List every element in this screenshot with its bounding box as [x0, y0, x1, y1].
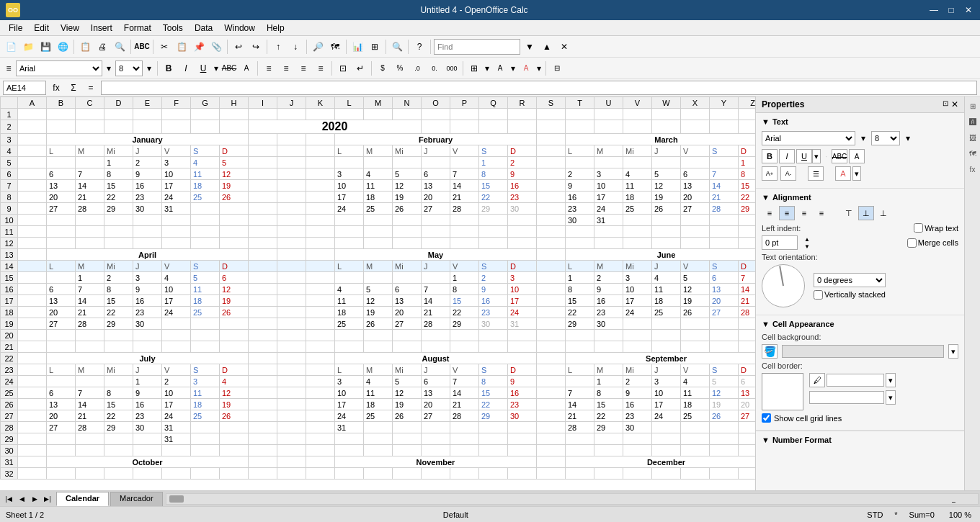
table-cell[interactable]: L	[566, 145, 594, 157]
table-cell[interactable]	[681, 433, 710, 445]
table-cell[interactable]	[450, 238, 479, 249]
table-cell[interactable]	[18, 157, 47, 168]
table-cell[interactable]	[249, 433, 277, 445]
table-cell[interactable]	[277, 376, 306, 387]
table-cell[interactable]: 13	[422, 387, 450, 399]
table-cell[interactable]: 15	[104, 180, 133, 192]
table-cell[interactable]: 29	[479, 203, 508, 215]
table-cell[interactable]: 14	[566, 399, 594, 410]
tab-last-button[interactable]: ▶|	[42, 491, 53, 507]
table-cell[interactable]: 26	[220, 410, 249, 422]
table-cell[interactable]	[652, 109, 681, 120]
table-cell[interactable]: 3	[162, 157, 191, 168]
table-cell[interactable]	[306, 249, 335, 261]
table-cell[interactable]: 12	[220, 387, 249, 399]
table-cell[interactable]: 10	[623, 284, 652, 295]
table-cell[interactable]: S	[479, 145, 508, 157]
table-cell[interactable]: November	[335, 456, 537, 468]
table-cell[interactable]	[104, 120, 133, 134]
table-cell[interactable]	[76, 238, 104, 249]
table-cell[interactable]	[18, 353, 47, 364]
table-cell[interactable]: 17	[335, 192, 364, 203]
table-cell[interactable]: 6	[47, 168, 76, 180]
tab-prev-button[interactable]: ◀	[16, 491, 27, 507]
table-cell[interactable]	[537, 272, 566, 284]
cut-button[interactable]: ✂	[156, 39, 172, 55]
table-cell[interactable]	[710, 215, 739, 226]
table-cell[interactable]: D	[220, 364, 249, 376]
menu-format[interactable]: Format	[118, 22, 157, 35]
table-cell[interactable]: 5	[191, 272, 220, 284]
table-cell[interactable]	[566, 468, 594, 480]
table-cell[interactable]	[335, 226, 364, 238]
table-cell[interactable]: 17	[162, 295, 191, 307]
table-cell[interactable]: 2	[508, 157, 537, 168]
table-cell[interactable]: 3	[508, 272, 537, 284]
table-cell[interactable]: 29	[104, 318, 133, 330]
border-color-dropdown[interactable]: ▾	[886, 373, 896, 387]
table-cell[interactable]	[277, 295, 306, 307]
table-cell[interactable]	[364, 238, 393, 249]
table-cell[interactable]: 9	[566, 180, 594, 192]
table-cell[interactable]: 13	[47, 180, 76, 192]
table-cell[interactable]	[364, 215, 393, 226]
table-cell[interactable]: 25	[364, 203, 393, 215]
table-cell[interactable]: 19	[393, 192, 422, 203]
table-cell[interactable]: 6	[681, 168, 710, 180]
table-cell[interactable]	[335, 468, 364, 480]
text-section-title[interactable]: ▼ Text	[762, 117, 958, 126]
table-cell[interactable]	[133, 433, 162, 445]
table-cell[interactable]: 18	[681, 399, 710, 410]
equals-button[interactable]: =	[84, 81, 98, 95]
formula-input[interactable]	[101, 81, 977, 95]
vertically-stacked-checkbox[interactable]	[814, 290, 823, 300]
table-cell[interactable]: February	[335, 134, 537, 145]
table-cell[interactable]: April	[47, 249, 249, 261]
redo-button[interactable]: ↪	[248, 39, 264, 55]
functions-sidebar-button[interactable]: fx	[966, 163, 979, 176]
table-cell[interactable]: 10	[162, 168, 191, 180]
table-cell[interactable]: 27	[422, 410, 450, 422]
table-cell[interactable]: 31	[162, 433, 191, 445]
table-cell[interactable]	[422, 109, 450, 120]
table-cell[interactable]: S	[191, 145, 220, 157]
table-cell[interactable]	[537, 215, 566, 226]
table-cell[interactable]: Mi	[623, 364, 652, 376]
table-cell[interactable]	[537, 376, 566, 387]
table-cell[interactable]: 14	[710, 180, 739, 192]
table-cell[interactable]	[393, 468, 422, 480]
find-close-button[interactable]: ✕	[556, 39, 572, 55]
table-cell[interactable]	[306, 364, 335, 376]
table-cell[interactable]	[652, 226, 681, 238]
table-cell[interactable]: D	[220, 261, 249, 272]
table-cell[interactable]: 24	[652, 410, 681, 422]
table-cell[interactable]: L	[335, 261, 364, 272]
table-cell[interactable]: 2	[594, 272, 623, 284]
table-cell[interactable]	[277, 410, 306, 422]
table-cell[interactable]	[623, 120, 652, 134]
table-cell[interactable]: 30	[508, 410, 537, 422]
table-cell[interactable]: 22	[450, 307, 479, 318]
table-cell[interactable]: 28	[450, 203, 479, 215]
table-cell[interactable]: 27	[422, 203, 450, 215]
table-cell[interactable]	[681, 341, 710, 353]
table-cell[interactable]: M	[76, 261, 104, 272]
table-cell[interactable]: 27	[47, 203, 76, 215]
table-cell[interactable]: 11	[364, 387, 393, 399]
table-cell[interactable]: 11	[191, 387, 220, 399]
table-cell[interactable]	[364, 341, 393, 353]
table-cell[interactable]	[739, 445, 756, 456]
table-cell[interactable]	[537, 410, 566, 422]
table-cell[interactable]	[249, 109, 277, 120]
table-cell[interactable]	[220, 341, 249, 353]
valign-bottom-prop[interactable]: ⊥	[876, 206, 891, 220]
table-cell[interactable]	[681, 109, 710, 120]
table-cell[interactable]: 8	[594, 387, 623, 399]
table-cell[interactable]	[335, 109, 364, 120]
table-cell[interactable]	[508, 109, 537, 120]
table-cell[interactable]: 5	[652, 168, 681, 180]
subscript-button[interactable]: A-	[780, 166, 796, 181]
table-cell[interactable]	[306, 376, 335, 387]
table-cell[interactable]: 27	[739, 410, 756, 422]
table-cell[interactable]	[450, 468, 479, 480]
